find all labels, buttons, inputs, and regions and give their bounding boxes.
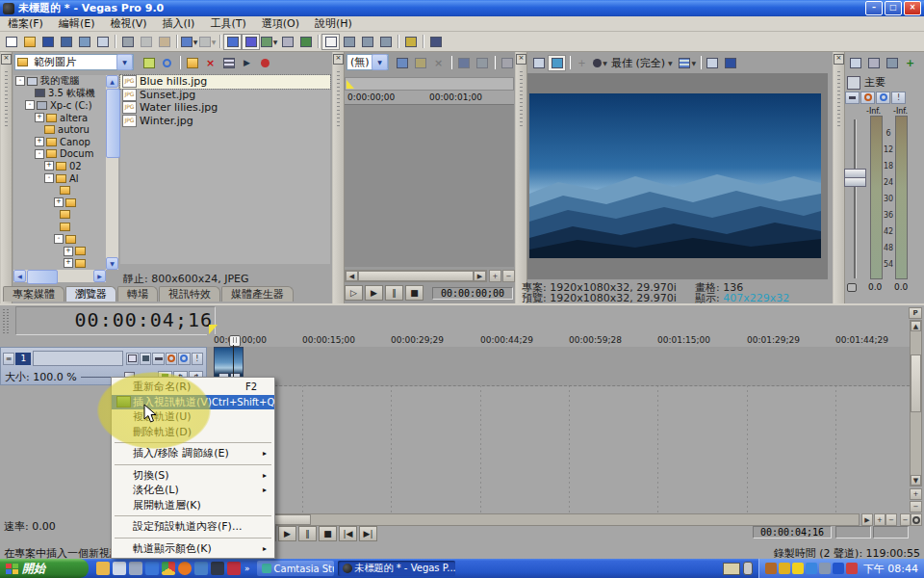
taskbar-item-vegas[interactable]: 未標題的 * - Vegas P... — [338, 561, 455, 576]
timeline-grip[interactable] — [7, 308, 9, 333]
overlays-icon[interactable]: ▼ — [679, 55, 697, 71]
zoom-normal-icon[interactable]: − — [900, 513, 911, 526]
delete-icon[interactable]: × — [201, 55, 219, 71]
scroll-left-icon[interactable]: ◀ — [346, 271, 358, 281]
microphone-icon[interactable] — [743, 562, 753, 575]
media-marker-icon[interactable] — [209, 325, 218, 334]
stop-button[interactable]: ■ — [319, 526, 337, 541]
compositing-mode-icon[interactable] — [140, 353, 151, 365]
envelope-tool-icon[interactable] — [340, 34, 358, 50]
menu-help[interactable]: 說明(H) — [307, 16, 360, 31]
pan-crop-icon[interactable] — [152, 353, 164, 365]
tray-icon[interactable] — [806, 563, 817, 574]
new-folder-icon[interactable] — [183, 55, 201, 71]
timeline-grip[interactable] — [3, 308, 5, 333]
close-panel-icon[interactable]: × — [1, 54, 12, 65]
auto-ripple-icon[interactable] — [242, 34, 260, 50]
close-button[interactable]: × — [904, 1, 921, 15]
tray-zonealarm-icon[interactable] — [792, 563, 804, 574]
trimmer-preset-combo[interactable]: (無) ▼ — [346, 54, 389, 70]
scroll-thumb[interactable] — [27, 270, 58, 284]
zoom-tool-icon[interactable] — [911, 513, 922, 526]
zoom-in-icon[interactable]: + — [489, 270, 501, 282]
tab-explorer[interactable]: 瀏覽器 — [65, 286, 116, 302]
chevron-down-icon[interactable]: ▼ — [668, 60, 673, 66]
downmix-output-icon[interactable] — [864, 55, 883, 71]
menu-edit[interactable]: 編輯(E) — [51, 16, 103, 31]
scroll-thumb[interactable] — [911, 355, 921, 412]
context-menu-item-switches[interactable]: 切換(S)▸ — [112, 468, 274, 484]
menu-tools[interactable]: 工具(T) — [202, 16, 253, 31]
trimmer-ruler[interactable]: 0:00:00;00 00:00:01;00 — [345, 91, 514, 105]
mute-icon[interactable] — [876, 92, 890, 104]
ignore-grouping-icon[interactable] — [278, 34, 296, 50]
chevron-down-icon[interactable]: ▼ — [116, 54, 133, 70]
file-row[interactable]: JPGWater lilies.jpg — [120, 101, 330, 115]
new-project-icon[interactable] — [2, 34, 20, 50]
save-frame-icon[interactable] — [722, 55, 740, 71]
tray-icon[interactable] — [819, 563, 831, 574]
file-row[interactable]: JPGBlue hills.jpg — [120, 75, 330, 89]
scroll-down-icon[interactable]: ▼ — [106, 257, 118, 270]
solo-icon[interactable]: ! — [891, 92, 906, 104]
go-to-end-button[interactable]: ▶| — [359, 526, 377, 541]
play-from-start-button[interactable]: ▷ — [345, 285, 363, 301]
properties-icon[interactable] — [93, 34, 112, 50]
selection-tool-icon[interactable] — [358, 34, 376, 50]
app-icon[interactable] — [129, 562, 142, 575]
trimmer-timecode[interactable]: 00:00:00;00 — [432, 287, 513, 300]
play-button[interactable]: ▶ — [365, 285, 383, 301]
go-to-start-button[interactable]: |◀ — [339, 526, 357, 541]
close-panel-icon[interactable]: × — [834, 54, 844, 65]
context-menu-item-set-default-track-properties[interactable]: 設定預設軌道內容(F)... — [112, 519, 274, 535]
tray-icon[interactable] — [846, 563, 858, 574]
scroll-up-icon[interactable]: ▲ — [106, 75, 118, 88]
scroll-thumb[interactable] — [358, 271, 474, 281]
close-panel-icon[interactable]: × — [333, 54, 344, 65]
lock-envelopes-icon[interactable]: ▼ — [260, 34, 278, 50]
track-1-lane[interactable] — [207, 347, 910, 386]
zoom-out-icon[interactable]: − — [502, 270, 515, 282]
pan-icon[interactable] — [845, 92, 860, 104]
overflow-chevron-icon[interactable]: » — [244, 564, 250, 573]
undo-icon[interactable]: ▼ — [180, 34, 198, 50]
scroll-thumb[interactable] — [106, 89, 120, 158]
track-zoom-out-icon[interactable]: − — [910, 501, 922, 512]
auto-preview-icon[interactable] — [256, 55, 274, 71]
language-keyboard-icon[interactable] — [723, 563, 740, 575]
context-menu-item-insert-remove-envelope[interactable]: 插入/移除 調節線(E)▸ — [112, 446, 274, 461]
chevron-down-icon[interactable]: ▼ — [372, 54, 388, 70]
enable-snapping-icon[interactable] — [223, 34, 242, 50]
start-button[interactable]: 開始 — [0, 559, 89, 578]
document-icon[interactable] — [113, 562, 126, 575]
trimmer-scrollbar[interactable]: ◀ ▶ — [345, 270, 487, 282]
save-icon[interactable] — [38, 34, 57, 50]
context-menu-item-fade-colors[interactable]: 淡化色(L)▸ — [112, 483, 274, 498]
tree-vertical-scrollbar[interactable]: ▲ ▼ — [106, 75, 118, 270]
vegas-icon[interactable] — [227, 562, 241, 575]
context-menu-item-track-display-color[interactable]: 軌道顯示顏色(K)▸ — [112, 541, 274, 557]
scroll-up-icon[interactable]: ▲ — [911, 321, 921, 331]
fader-handle[interactable] — [844, 177, 866, 187]
start-preview-icon[interactable]: ▶ — [238, 55, 256, 71]
time-display[interactable]: 00:00:04;16 — [15, 306, 216, 335]
track-number-badge[interactable]: 1 — [15, 353, 31, 365]
file-row[interactable]: JPGSunset.jpg — [120, 89, 330, 102]
context-menu-item-delete-track[interactable]: 刪除軌道(D) — [112, 425, 274, 440]
menu-insert[interactable]: 插入(I) — [155, 16, 203, 31]
timeline-horizontal-scrollbar[interactable] — [207, 513, 860, 526]
minimize-button[interactable]: – — [865, 1, 883, 15]
capture-video-icon[interactable] — [75, 34, 93, 50]
dim-output-icon[interactable] — [883, 55, 901, 71]
mute-icon[interactable] — [178, 353, 190, 365]
lock-fader-icon[interactable] — [847, 283, 857, 292]
chrome-icon[interactable] — [162, 562, 175, 575]
whats-this-help-icon[interactable] — [426, 34, 445, 50]
playhead-handle[interactable] — [229, 335, 241, 347]
stop-button[interactable]: ■ — [405, 285, 424, 301]
track-motion-icon[interactable] — [126, 353, 138, 365]
play-button[interactable]: ▶ — [278, 526, 296, 541]
preview-quality-icon[interactable]: ▼ — [591, 55, 609, 71]
scroll-right-icon[interactable]: ▶ — [474, 271, 486, 281]
firefox-icon[interactable] — [178, 562, 192, 575]
